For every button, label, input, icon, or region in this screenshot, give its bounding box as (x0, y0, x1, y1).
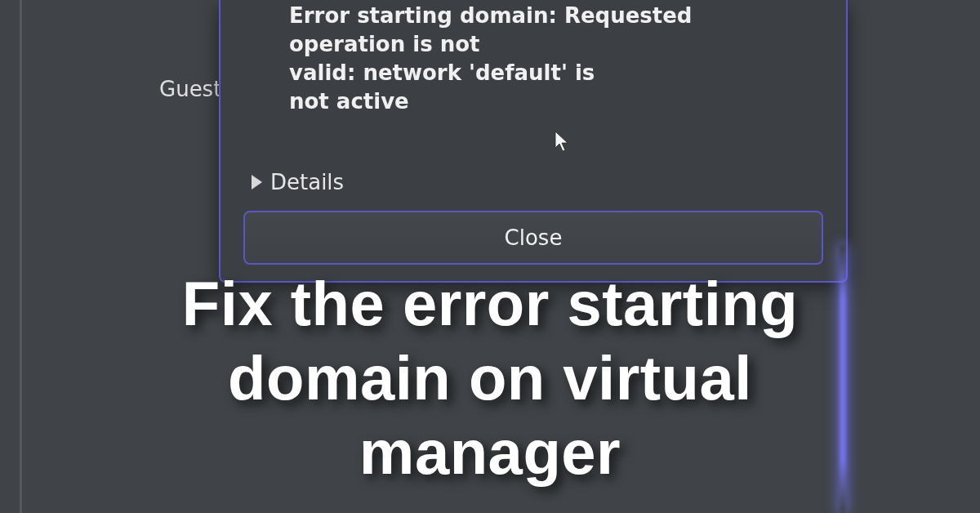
cursor-area (243, 116, 823, 165)
chevron-right-icon (252, 175, 262, 190)
cursor-icon (554, 131, 572, 154)
error-line-2: valid: network 'default' is (289, 60, 595, 85)
error-message: Error starting domain: Requested operati… (243, 2, 823, 116)
details-label: Details (270, 170, 344, 194)
error-line-1: Error starting domain: Requested operati… (289, 3, 692, 56)
error-line-3: not active (289, 89, 409, 114)
window-edge (20, 0, 22, 513)
error-dialog: Error starting domain: Requested operati… (219, 0, 848, 283)
close-button[interactable]: Close (243, 211, 823, 265)
overlay-title: Fix the error starting domain on virtual… (90, 266, 890, 490)
details-expander[interactable]: Details (243, 165, 823, 211)
